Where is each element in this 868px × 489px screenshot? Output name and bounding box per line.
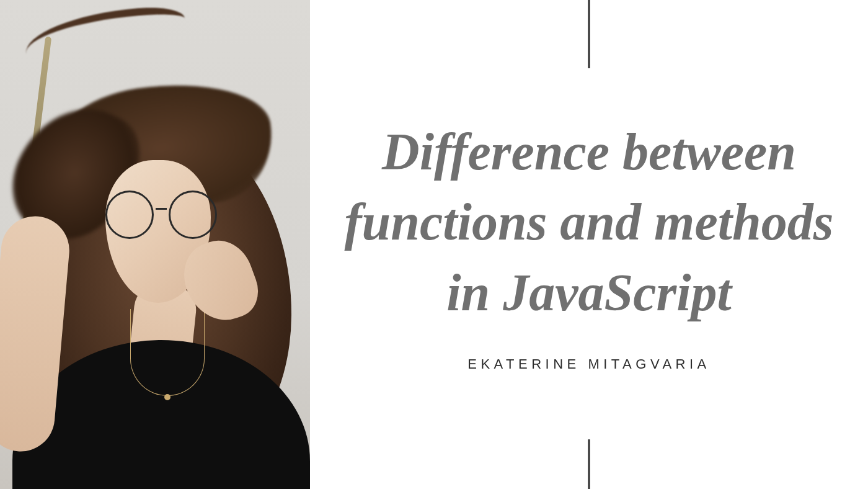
page-title: Difference between functions and methods…	[335, 117, 843, 328]
glasses	[105, 195, 217, 235]
title-panel: Difference between functions and methods…	[310, 0, 868, 489]
divider-bottom	[588, 439, 590, 489]
hero-photo-panel	[0, 0, 310, 489]
necklace	[130, 309, 205, 396]
glasses-lens-left	[105, 191, 154, 239]
glasses-bridge	[156, 208, 167, 210]
glasses-lens-right	[169, 191, 217, 239]
hero-photo	[0, 0, 310, 489]
author-name: EKATERINE MITAGVARIA	[467, 356, 711, 372]
hair-strand	[23, 4, 188, 68]
divider-top	[588, 0, 590, 68]
